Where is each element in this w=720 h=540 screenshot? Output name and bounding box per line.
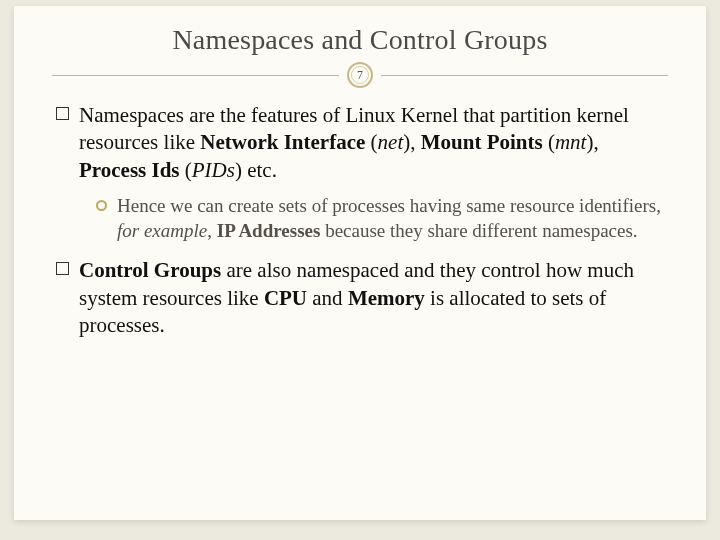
divider-line-left: [52, 75, 339, 76]
slide-title: Namespaces and Control Groups: [52, 24, 668, 56]
circle-bullet-icon: [96, 200, 107, 211]
list-item-l2: Hence we can create sets of processes ha…: [96, 194, 664, 243]
square-bullet-icon: [56, 262, 69, 275]
slide: Namespaces and Control Groups 7 Namespac…: [14, 6, 706, 520]
title-divider: 7: [52, 62, 668, 88]
list-item-l1: Namespaces are the features of Linux Ker…: [56, 102, 664, 184]
list-item-l1: Control Groups are also namespaced and t…: [56, 257, 664, 339]
bullet-text: Hence we can create sets of processes ha…: [117, 194, 664, 243]
square-bullet-icon: [56, 107, 69, 120]
bullet-text: Control Groups are also namespaced and t…: [79, 257, 664, 339]
bullet-text: Namespaces are the features of Linux Ker…: [79, 102, 664, 184]
page-number-badge: 7: [347, 62, 373, 88]
divider-line-right: [381, 75, 668, 76]
slide-content: Namespaces are the features of Linux Ker…: [52, 102, 668, 339]
